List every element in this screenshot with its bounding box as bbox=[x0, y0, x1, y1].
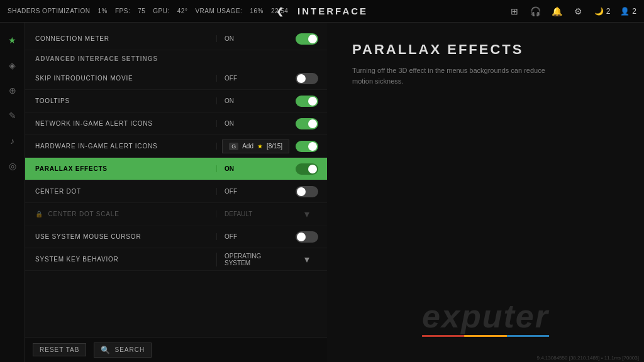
sidebar-item-audio[interactable]: ♪ bbox=[3, 131, 23, 151]
fps-label: FPS: bbox=[115, 8, 130, 14]
shaders-val: 1% bbox=[98, 8, 108, 14]
parallax-toggle[interactable] bbox=[292, 163, 327, 175]
connection-meter-toggle-switch[interactable] bbox=[296, 33, 318, 45]
vram-label: VRAM USAGE: bbox=[195, 8, 242, 14]
sidebar-nav: ★ ◈ ⊕ ✎ ♪ ◎ bbox=[0, 23, 25, 362]
player-badge-2: 👤 2 bbox=[620, 7, 636, 16]
settings-panel: CONNECTION METER ON ADVANCED INTERFACE S… bbox=[25, 23, 327, 362]
shaders-label: SHADERS OPTIMIZATION bbox=[8, 8, 91, 14]
center-dot-row[interactable]: CENTER DOT OFF bbox=[25, 180, 327, 203]
grid-icon[interactable]: ⊞ bbox=[509, 6, 520, 17]
search-icon: 🔍 bbox=[101, 346, 111, 354]
person-icon: 👤 bbox=[620, 7, 630, 16]
connection-meter-label: CONNECTION METER bbox=[25, 35, 216, 42]
center-dot-toggle-switch[interactable] bbox=[296, 186, 318, 197]
system-key-row[interactable]: SYSTEM KEY BEHAVIOR OPERATING SYSTEM ▾ bbox=[25, 248, 327, 271]
network-alert-toggle-switch[interactable] bbox=[296, 118, 318, 129]
status-bar: 9.4.13084550 [38.210.1485] • 11.1ms [700… bbox=[532, 354, 645, 362]
topbar-right: ⊞ 🎧 🔔 ⚙ 🌙 2 👤 2 bbox=[509, 6, 636, 17]
tooltips-value: ON bbox=[216, 97, 292, 104]
headset-icon[interactable]: 🎧 bbox=[530, 6, 541, 17]
tooltips-toggle-switch[interactable] bbox=[296, 96, 318, 107]
skip-intro-toggle[interactable] bbox=[292, 73, 327, 84]
connection-meter-row[interactable]: CONNECTION METER ON bbox=[25, 28, 327, 50]
network-alert-toggle[interactable] bbox=[292, 118, 327, 129]
hardware-alert-value: ON bbox=[216, 143, 292, 150]
detail-description: Turning off the 3D effect in the menus b… bbox=[352, 65, 553, 86]
main-layout: ★ ◈ ⊕ ✎ ♪ ◎ CONNECTION METER ON ADVANCED… bbox=[0, 23, 644, 362]
skip-intro-row[interactable]: SKIP INTRODUCTION MOVIE OFF bbox=[25, 67, 327, 90]
connection-meter-toggle[interactable] bbox=[292, 33, 327, 45]
settings-list: CONNECTION METER ON ADVANCED INTERFACE S… bbox=[25, 23, 327, 337]
player-badge-1: 🌙 2 bbox=[594, 7, 611, 16]
center-dot-toggle[interactable] bbox=[292, 186, 327, 197]
network-alert-value: ON bbox=[216, 120, 292, 127]
back-btn[interactable]: ❮ bbox=[276, 6, 286, 16]
search-button[interactable]: 🔍 SEARCH bbox=[94, 343, 152, 358]
bottom-bar: RESET TAB 🔍 SEARCH bbox=[25, 337, 327, 362]
center-dot-scale-label: 🔒 CENTER DOT SCALE bbox=[25, 211, 216, 217]
hardware-alert-toggle-switch[interactable] bbox=[296, 141, 318, 152]
skip-intro-label: SKIP INTRODUCTION MOVIE bbox=[25, 75, 216, 82]
sidebar-item-interface[interactable]: ✎ bbox=[3, 106, 23, 126]
center-dot-scale-dropdown: ▾ bbox=[292, 208, 327, 220]
system-key-label: SYSTEM KEY BEHAVIOR bbox=[25, 256, 216, 263]
center-dot-scale-value: DEFAULT bbox=[216, 211, 292, 217]
mouse-cursor-toggle-switch[interactable] bbox=[296, 231, 318, 243]
gpu-val: 42° bbox=[177, 8, 188, 14]
gear-icon[interactable]: ⚙ bbox=[573, 6, 584, 17]
sidebar-item-network[interactable]: ◈ bbox=[3, 55, 23, 75]
advanced-settings-header: ADVANCED INTERFACE SETTINGS bbox=[25, 50, 327, 67]
mouse-cursor-value: OFF bbox=[216, 233, 292, 240]
hardware-alert-toggle[interactable] bbox=[292, 141, 327, 152]
center-dot-scale-row: 🔒 CENTER DOT SCALE DEFAULT ▾ bbox=[25, 203, 327, 226]
topbar: SHADERS OPTIMIZATION 1% FPS: 75 GPU: 42°… bbox=[0, 0, 644, 23]
skip-intro-toggle-switch[interactable] bbox=[296, 73, 318, 84]
mouse-cursor-toggle[interactable] bbox=[292, 231, 327, 243]
mouse-cursor-label: USE SYSTEM MOUSE CURSOR bbox=[25, 233, 216, 240]
topbar-stats: SHADERS OPTIMIZATION 1% FPS: 75 GPU: 42°… bbox=[8, 8, 288, 14]
system-key-value: OPERATING SYSTEM bbox=[216, 253, 292, 266]
page-title: ❮ INTERFACE bbox=[276, 6, 368, 16]
tooltips-row[interactable]: TOOLTIPS ON bbox=[25, 90, 327, 112]
watermark-line-red bbox=[422, 335, 464, 337]
sidebar-item-accessibility[interactable]: ◎ bbox=[3, 156, 23, 176]
watermark-text: exputer bbox=[422, 300, 549, 332]
connection-meter-value: ON bbox=[216, 35, 292, 42]
parallax-label: PARALLAX EFFECTS bbox=[25, 165, 216, 172]
vram-val: 16% bbox=[250, 8, 264, 14]
parallax-toggle-switch[interactable] bbox=[296, 163, 318, 175]
watermark: exputer bbox=[422, 300, 549, 337]
reset-tab-button[interactable]: RESET TAB bbox=[33, 343, 86, 356]
bell-icon[interactable]: 🔔 bbox=[552, 6, 563, 17]
system-key-dropdown[interactable]: ▾ bbox=[292, 253, 327, 265]
detail-panel: PARALLAX EFFECTS Turning off the 3D effe… bbox=[327, 23, 644, 362]
gpu-label: GPU: bbox=[153, 8, 169, 14]
mouse-cursor-row[interactable]: USE SYSTEM MOUSE CURSOR OFF bbox=[25, 226, 327, 248]
watermark-line-yellow bbox=[464, 335, 506, 337]
watermark-lines bbox=[422, 335, 549, 337]
network-alert-row[interactable]: NETWORK IN-GAME ALERT ICONS ON bbox=[25, 112, 327, 135]
hardware-alert-row[interactable]: HARDWARE IN-GAME ALERT ICONS ON G Add ★ … bbox=[25, 135, 327, 158]
center-dot-label: CENTER DOT bbox=[25, 188, 216, 195]
center-dot-value: OFF bbox=[216, 188, 292, 195]
hardware-alert-label: HARDWARE IN-GAME ALERT ICONS bbox=[25, 143, 216, 150]
parallax-effects-row[interactable]: PARALLAX EFFECTS ON bbox=[25, 158, 327, 180]
detail-title: PARALLAX EFFECTS bbox=[352, 41, 619, 58]
moon-icon: 🌙 bbox=[594, 7, 604, 16]
fps-val: 75 bbox=[138, 8, 145, 14]
tooltips-label: TOOLTIPS bbox=[25, 97, 216, 104]
network-alert-label: NETWORK IN-GAME ALERT ICONS bbox=[25, 120, 216, 127]
parallax-value: ON bbox=[216, 165, 292, 172]
tooltips-toggle[interactable] bbox=[292, 96, 327, 107]
skip-intro-value: OFF bbox=[216, 75, 292, 82]
watermark-line-blue bbox=[507, 335, 549, 337]
sidebar-item-favorites[interactable]: ★ bbox=[3, 30, 23, 50]
sidebar-item-gameplay[interactable]: ⊕ bbox=[3, 80, 23, 101]
